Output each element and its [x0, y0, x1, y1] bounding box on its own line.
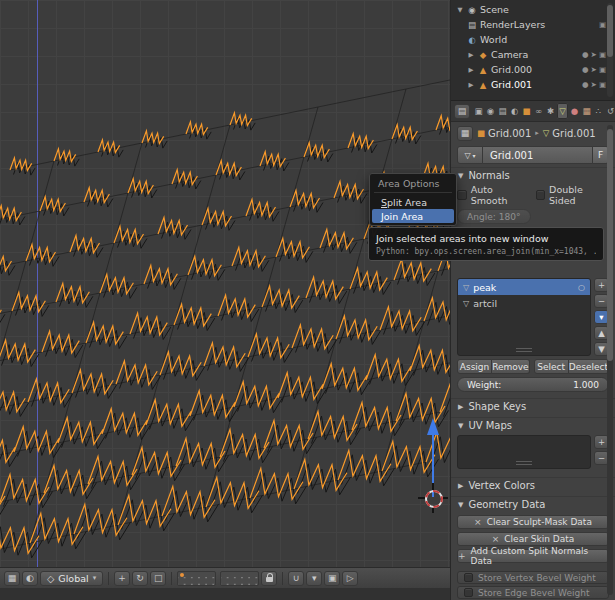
datablock-name-input[interactable]: Grid.001	[483, 146, 592, 164]
double-sided-label: Double Sided	[549, 184, 609, 206]
disclosure-icon[interactable]: ▶	[467, 51, 475, 59]
outliner-row-renderlayers[interactable]: ▤ RenderLayers ▣	[451, 17, 615, 32]
layer-group-2[interactable]	[220, 571, 259, 586]
chevron-down-icon: ▾	[473, 152, 476, 159]
tab-physics[interactable]: ↺	[605, 103, 615, 119]
disclosure-icon[interactable]: ▼	[456, 6, 464, 14]
outliner-row-scene[interactable]: ▼ ◉ Scene	[451, 2, 615, 17]
add-custom-split-normals-button[interactable]: + Add Custom Split Normals Data	[457, 549, 609, 563]
opengl-render-anim-button[interactable]: ▷	[342, 571, 358, 586]
vertex-group-item[interactable]: ▽ artcil	[458, 295, 590, 311]
store-vertex-bevel-toggle[interactable]: Store Vertex Bevel Weight	[457, 571, 609, 584]
outliner-row-grid000[interactable]: ▶ ▲ Grid.000 ● ➤ ▣	[451, 62, 615, 77]
auto-smooth-checkbox[interactable]: Auto Smooth	[457, 184, 531, 206]
properties-icon: ▤	[458, 107, 467, 116]
breadcrumb-object[interactable]: ■ Grid.001	[477, 128, 531, 139]
list-resize-grip[interactable]	[516, 461, 532, 466]
breadcrumb-data[interactable]: ▽ Grid.001	[543, 128, 596, 139]
tab-object[interactable]: ■	[521, 103, 532, 119]
viewport-canvas[interactable]	[0, 0, 451, 567]
outliner-scrollbar[interactable]	[607, 3, 613, 97]
layer-group-1[interactable]	[177, 571, 216, 586]
opengl-render-button[interactable]: ▣	[324, 571, 340, 586]
panel-header-normals[interactable]: ▼ Normals	[451, 167, 615, 183]
list-resize-grip[interactable]	[516, 348, 532, 353]
tab-modifiers[interactable]: ✱	[545, 103, 556, 119]
outliner-row-camera[interactable]: ▶ ◆ Camera ● ➤ ▣	[451, 47, 615, 62]
editor-divider[interactable]	[450, 0, 451, 600]
properties-scrollbar[interactable]	[607, 125, 613, 595]
tab-render-layers[interactable]: ▤	[497, 103, 508, 119]
viewport-shading-button[interactable]: ◐	[22, 571, 38, 586]
properties-scrollbar-thumb[interactable]	[607, 129, 613, 361]
tab-world[interactable]: ◐	[509, 103, 520, 119]
deselect-button[interactable]: Deselect	[569, 359, 609, 374]
context-pin-button[interactable]: ▦	[457, 126, 473, 141]
vertex-groups-list[interactable]: ▽ peak ○ ▽ artcil	[457, 278, 591, 356]
disclosure-icon[interactable]: ▶	[467, 81, 475, 89]
weight-slider[interactable]: Weight: 1.000	[457, 377, 609, 392]
renderable-icon[interactable]: ▣	[599, 50, 606, 59]
snap-target-dropdown[interactable]: ▾	[306, 571, 322, 586]
renderable-icon[interactable]: ▣	[599, 65, 606, 74]
menu-item-split-area[interactable]: Split Area	[372, 195, 454, 209]
tab-material[interactable]: ●	[569, 103, 580, 119]
outliner-label: RenderLayers	[480, 19, 545, 30]
remove-button[interactable]: Remove	[492, 359, 530, 374]
lock-to-scene-button[interactable]	[261, 571, 277, 586]
tab-data[interactable]: ▽	[557, 103, 568, 119]
tab-particles[interactable]: ∴	[593, 103, 604, 119]
manipulator-translate-button[interactable]: +	[114, 571, 130, 586]
angle-slider[interactable]: Angle: 180°	[457, 209, 531, 224]
outliner-row-grid001[interactable]: ▶ ▲ Grid.001 ● ➤ ▣	[451, 77, 615, 92]
world-icon: ◐	[467, 35, 477, 45]
select-button[interactable]: Select	[534, 359, 569, 374]
layers-widget[interactable]	[177, 571, 259, 586]
renderable-icon[interactable]: ▣	[599, 80, 606, 89]
outliner-scrollbar-thumb[interactable]	[607, 5, 613, 57]
double-sided-checkbox[interactable]: Double Sided	[536, 184, 610, 206]
vertex-group-item[interactable]: ▽ peak ○	[458, 279, 590, 295]
selectable-icon[interactable]: ➤	[591, 50, 597, 59]
orientation-label: Global	[58, 573, 88, 584]
tab-scene[interactable]: ◉	[485, 103, 496, 119]
disclosure-icon[interactable]: ▶	[467, 66, 475, 74]
store-edge-bevel-toggle[interactable]: Store Edge Bevel Weight	[457, 586, 609, 599]
editor-type-button[interactable]: ▦	[4, 571, 20, 586]
datablock-browse-button[interactable]: ▽ ▾	[457, 146, 483, 164]
properties-editor-type-button[interactable]: ▤	[454, 104, 470, 119]
clear-skin-data-button[interactable]: × Clear Skin Data	[457, 532, 609, 546]
clear-sculpt-mask-button[interactable]: × Clear Sculpt-Mask Data	[457, 515, 609, 529]
breadcrumb-arrow-icon: ▸	[535, 129, 539, 137]
outliner-row-world[interactable]: ◐ World	[451, 32, 615, 47]
vertex-group-actions: Assign Remove Select Deselect	[451, 359, 615, 374]
visibility-icon[interactable]: ●	[582, 65, 589, 74]
selectable-icon[interactable]: ➤	[591, 65, 597, 74]
checkbox-icon[interactable]	[464, 573, 473, 582]
panel-header-geometry-data[interactable]: ▼ Geometry Data	[451, 496, 615, 512]
visibility-icon[interactable]: ●	[582, 80, 589, 89]
tab-render[interactable]: ▣	[473, 103, 484, 119]
visibility-icon[interactable]: ●	[582, 50, 589, 59]
manipulator-scale-button[interactable]: □	[150, 571, 166, 586]
panel-header-vertex-colors[interactable]: ▶ Vertex Colors	[451, 477, 615, 493]
tab-texture[interactable]: ▦	[581, 103, 592, 119]
uv-maps-list[interactable]	[457, 435, 591, 469]
panel-header-uv-maps[interactable]: ▼ UV Maps	[451, 417, 615, 433]
3d-viewport[interactable]	[0, 0, 451, 567]
snap-toggle-button[interactable]: ∪	[288, 571, 304, 586]
renderable-icon[interactable]: ▣	[599, 20, 606, 29]
disclosure-icon: ▼	[458, 422, 463, 430]
tab-constraints[interactable]: ∞	[533, 103, 544, 119]
lock-open-icon[interactable]: ○	[578, 283, 585, 292]
assign-button[interactable]: Assign	[457, 359, 492, 374]
checkbox-icon[interactable]	[536, 190, 546, 200]
checkbox-icon[interactable]	[457, 190, 467, 200]
manipulator-rotate-button[interactable]: ↻	[132, 571, 148, 586]
orientation-dropdown[interactable]: ◇ Global ▾	[40, 571, 103, 586]
checkbox-icon[interactable]	[464, 588, 473, 597]
magnet-icon: ∪	[293, 574, 300, 583]
menu-item-join-area[interactable]: Join Area	[372, 209, 454, 223]
panel-header-shape-keys[interactable]: ▶ Shape Keys	[451, 398, 615, 414]
selectable-icon[interactable]: ➤	[591, 80, 597, 89]
